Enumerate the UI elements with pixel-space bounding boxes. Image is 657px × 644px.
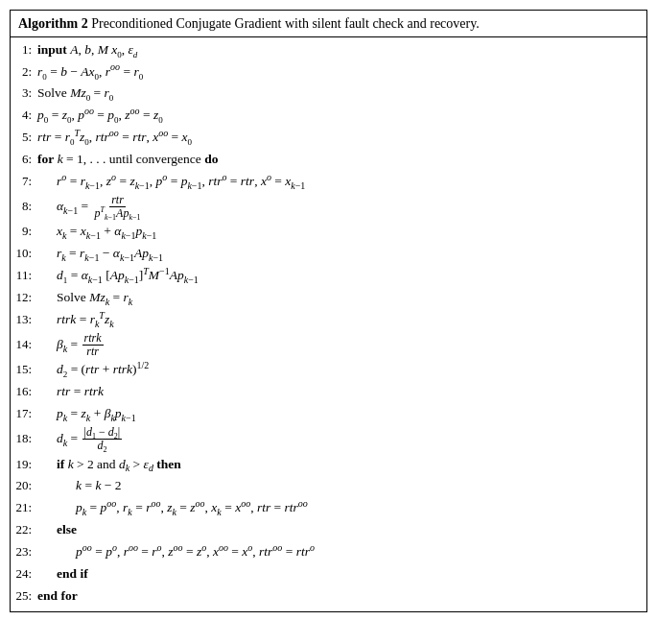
algo-line-2: 2: r0 = b − Ax0, roo = r0 [11, 61, 646, 83]
line-content-21: pk = poo, rk = roo, zk = zoo, xk = xoo, … [37, 498, 308, 518]
line-num-14: 14: [11, 335, 37, 354]
line-content-10: rk = rk−1 − αk−1Apk−1 [37, 244, 163, 264]
line-num-2: 2: [11, 62, 37, 82]
line-num-6: 6: [11, 150, 37, 169]
line-num-9: 9: [11, 222, 37, 241]
algo-line-23: 23: poo = po, roo = ro, zoo = zo, xoo = … [11, 541, 646, 563]
line-content-16: rtr = rtrk [37, 382, 104, 402]
algo-line-18: 18: dk = |d1 − d2| d2 [11, 425, 646, 453]
line-content-4: p0 = z0, poo = p0, zoo = z0 [37, 106, 163, 126]
algorithm-box: Algorithm 2 Preconditioned Conjugate Gra… [10, 10, 647, 612]
algo-line-16: 16: rtr = rtrk [11, 381, 646, 403]
line-content-23: poo = po, roo = ro, zoo = zo, xoo = xo, … [37, 542, 315, 562]
algo-line-3: 3: Solve Mz0 = r0 [11, 83, 646, 105]
line-num-24: 24: [11, 564, 37, 584]
line-num-4: 4: [11, 106, 37, 125]
line-num-23: 23: [11, 542, 37, 561]
algo-line-4: 4: p0 = z0, poo = p0, zoo = z0 [11, 105, 646, 127]
line-content-12: Solve Mzk = rk [37, 288, 132, 308]
algo-line-9: 9: xk = xk−1 + αk−1pk−1 [11, 221, 646, 243]
line-num-19: 19: [11, 455, 37, 474]
line-num-15: 15: [11, 360, 37, 379]
algo-line-7: 7: ro = rk−1, zo = zk−1, po = pk−1, rtro… [11, 171, 646, 193]
algorithm-body: 1: input A, b, M x0, εd 2: r0 = b − Ax0,… [11, 37, 646, 611]
line-num-1: 1: [11, 40, 37, 60]
line-content-14: βk = rtrk rtr [37, 332, 105, 358]
line-content-11: d1 = αk−1 [Apk−1]TM−1Apk−1 [37, 266, 199, 286]
line-content-24: end if [37, 564, 88, 584]
line-num-25: 25: [11, 586, 37, 606]
line-content-9: xk = xk−1 + αk−1pk−1 [37, 222, 156, 242]
line-num-17: 17: [11, 404, 37, 423]
line-content-3: Solve Mz0 = r0 [37, 83, 113, 104]
algo-line-19: 19: if k > 2 and dk > εd then [11, 454, 646, 476]
algo-line-14: 14: βk = rtrk rtr [11, 331, 646, 359]
line-content-7: ro = rk−1, zo = zk−1, po = pk−1, rtro = … [37, 172, 305, 192]
line-content-13: rtrk = rkTzk [37, 310, 114, 330]
line-content-18: dk = |d1 − d2| d2 [37, 426, 123, 452]
line-content-20: k = k − 2 [37, 476, 122, 496]
line-content-15: d2 = (rtr + rtrk)1/2 [37, 360, 149, 380]
algo-line-25: 25: end for [11, 585, 646, 608]
line-content-6: for k = 1, . . . until convergence do [37, 150, 218, 170]
line-num-18: 18: [11, 429, 37, 448]
line-num-16: 16: [11, 382, 37, 401]
algo-line-22: 22: else [11, 519, 646, 541]
line-num-5: 5: [11, 128, 37, 147]
line-content-1: input A, b, M x0, εd [37, 40, 137, 60]
algo-line-13: 13: rtrk = rkTzk [11, 309, 646, 331]
line-content-22: else [37, 520, 77, 540]
algorithm-number: Algorithm 2 [18, 16, 88, 31]
algo-line-17: 17: pk = zk + βkpk−1 [11, 403, 646, 425]
line-num-12: 12: [11, 288, 37, 307]
algo-line-21: 21: pk = poo, rk = roo, zk = zoo, xk = x… [11, 497, 646, 519]
line-num-11: 11: [11, 266, 37, 285]
line-num-21: 21: [11, 498, 37, 517]
line-content-25: end for [37, 586, 78, 607]
line-num-8: 8: [11, 197, 37, 216]
algo-line-12: 12: Solve Mzk = rk [11, 287, 646, 309]
line-num-10: 10: [11, 244, 37, 263]
algo-line-1: 1: input A, b, M x0, εd [11, 39, 646, 61]
line-content-8: αk−1 = rtr pTk−1Apk−1 [37, 194, 144, 220]
line-num-7: 7: [11, 172, 37, 191]
line-content-5: rtr = r0Tz0, rtroo = rtr, xoo = x0 [37, 128, 192, 148]
algo-line-5: 5: rtr = r0Tz0, rtroo = rtr, xoo = x0 [11, 127, 646, 149]
line-num-3: 3: [11, 83, 37, 103]
line-content-2: r0 = b − Ax0, roo = r0 [37, 62, 143, 83]
algorithm-header: Algorithm 2 Preconditioned Conjugate Gra… [11, 11, 646, 37]
algorithm-title: Preconditioned Conjugate Gradient with s… [91, 16, 480, 31]
algo-line-20: 20: k = k − 2 [11, 475, 646, 497]
algo-line-8: 8: αk−1 = rtr pTk−1Apk−1 [11, 193, 646, 221]
line-content-19: if k > 2 and dk > εd then [37, 455, 181, 475]
algo-line-24: 24: end if [11, 563, 646, 585]
line-num-20: 20: [11, 476, 37, 495]
algo-line-10: 10: rk = rk−1 − αk−1Apk−1 [11, 243, 646, 265]
algo-line-15: 15: d2 = (rtr + rtrk)1/2 [11, 359, 646, 381]
algo-line-11: 11: d1 = αk−1 [Apk−1]TM−1Apk−1 [11, 265, 646, 287]
line-num-22: 22: [11, 520, 37, 539]
algo-line-6: 6: for k = 1, . . . until convergence do [11, 149, 646, 171]
line-num-13: 13: [11, 310, 37, 329]
line-content-17: pk = zk + βkpk−1 [37, 404, 136, 424]
